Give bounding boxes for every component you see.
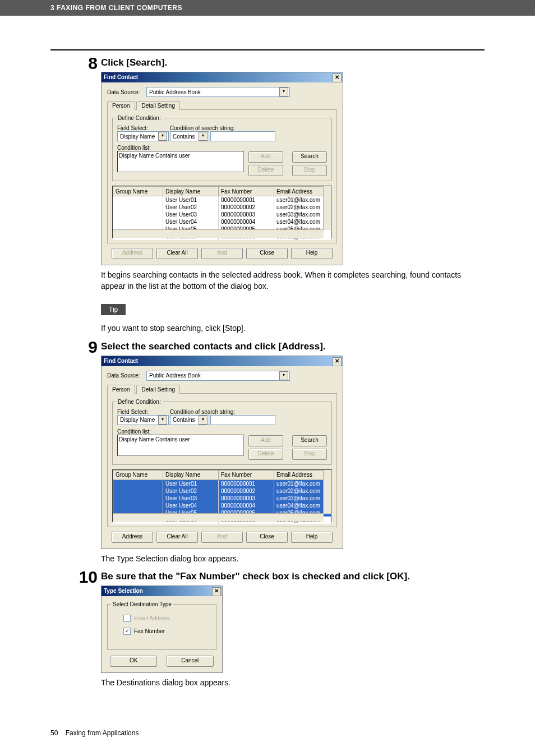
search-string-input[interactable]: [210, 415, 275, 425]
clear-all-button[interactable]: Clear All: [156, 248, 198, 259]
results-table-container: Group Name Display Name Fax Number Email…: [112, 186, 332, 238]
field-select-combo[interactable]: Display Name ▾: [117, 131, 169, 141]
close-icon[interactable]: ✕: [333, 357, 342, 366]
col-group[interactable]: Group Name: [113, 187, 163, 196]
tab-pane-person: Define Condition: Field Select: Display …: [107, 109, 337, 243]
select-destination-type-legend: Select Destination Type: [111, 601, 173, 607]
data-source-combo[interactable]: Public Address Book ▾: [146, 371, 290, 381]
table-row[interactable]: User User0100000000001user01@ifax.com: [113, 480, 331, 487]
table-row[interactable]: User User0300000000003user03@ifax.com: [113, 495, 331, 502]
table-row[interactable]: User User0200000000002user02@ifax.com: [113, 204, 331, 211]
help-button[interactable]: Help: [291, 532, 333, 543]
step-10-description: The Destinations dialog box appears.: [101, 677, 485, 689]
tab-detail-setting[interactable]: Detail Setting: [136, 385, 179, 394]
dialog-titlebar: Find Contact ✕: [102, 356, 343, 366]
dialog-titlebar: Type Selection ✕: [102, 586, 222, 596]
checkbox-icon[interactable]: [123, 615, 131, 622]
tip-text: If you want to stop searching, click [St…: [101, 323, 485, 334]
find-contact-dialog-2: Find Contact ✕ Data Source: Public Addre…: [101, 356, 343, 549]
table-row[interactable]: User User0200000000002user02@ifax.com: [113, 487, 331, 495]
help-button[interactable]: Help: [291, 248, 333, 259]
condition-string-label: Condition of search string:: [170, 125, 275, 131]
chevron-down-icon: ▾: [279, 87, 288, 96]
condition-string-value: Contains: [172, 133, 197, 140]
condition-list-label: Condition list:: [117, 428, 244, 435]
define-condition-legend: Define Condition:: [116, 399, 163, 405]
define-condition-group: Define Condition: Field Select: Display …: [112, 118, 332, 181]
add-condition-button[interactable]: Add: [248, 151, 283, 163]
table-row[interactable]: User User0100000000001user01@ifax.com: [113, 196, 331, 204]
chevron-down-icon: ▾: [199, 416, 207, 425]
footer-section: Faxing from Applications: [66, 729, 139, 737]
email-address-label: Email Address: [134, 615, 170, 621]
chevron-down-icon: ▾: [158, 132, 167, 141]
email-address-checkbox-row: Email Address: [123, 615, 211, 622]
col-fax[interactable]: Fax Number: [219, 470, 274, 480]
data-source-combo[interactable]: Public Address Book ▾: [146, 87, 290, 97]
dialog-titlebar: Find Contact ✕: [102, 72, 343, 82]
header-rule: [50, 49, 485, 50]
and-button[interactable]: And: [201, 248, 243, 259]
field-select-combo[interactable]: Display Name ▾: [117, 415, 169, 425]
close-icon[interactable]: ✕: [212, 587, 221, 596]
search-string-input[interactable]: [210, 131, 275, 141]
page-footer: 50 Faxing from Applications: [50, 729, 139, 737]
step-8-description: It begins searching contacts in the sele…: [101, 270, 485, 292]
step-number-10: 10: [72, 568, 98, 587]
close-icon[interactable]: ✕: [333, 73, 342, 82]
cancel-button[interactable]: Cancel: [167, 656, 214, 667]
data-source-value: Public Address Book: [148, 372, 278, 379]
chapter-title: 3 FAXING FROM CLIENT COMPUTERS: [50, 4, 182, 12]
dialog-title: Type Selection: [104, 588, 143, 594]
tab-person[interactable]: Person: [107, 101, 135, 110]
col-display[interactable]: Display Name: [163, 187, 219, 196]
step-8-title: Click [Search].: [101, 57, 485, 68]
condition-list[interactable]: Display Name Contains user: [117, 151, 244, 172]
add-condition-button[interactable]: Add: [248, 435, 283, 446]
and-button[interactable]: And: [201, 532, 243, 543]
clear-all-button[interactable]: Clear All: [156, 532, 198, 543]
horizontal-scrollbar[interactable]: [113, 229, 324, 238]
stop-button[interactable]: Stop: [292, 449, 327, 460]
delete-condition-button[interactable]: Delete: [248, 165, 283, 176]
horizontal-scrollbar[interactable]: [113, 513, 324, 522]
search-button[interactable]: Search: [292, 151, 327, 163]
tab-person[interactable]: Person: [107, 385, 135, 394]
dialog-title: Find Contact: [104, 74, 138, 80]
stop-button[interactable]: Stop: [292, 165, 327, 176]
search-button[interactable]: Search: [292, 435, 327, 446]
col-display[interactable]: Display Name: [163, 470, 219, 480]
table-row[interactable]: User User0400000000004user04@ifax.com: [113, 218, 331, 225]
chevron-down-icon: ▾: [158, 416, 167, 425]
field-select-value: Display Name: [119, 133, 157, 140]
col-fax[interactable]: Fax Number: [219, 187, 274, 196]
chevron-down-icon: ▾: [279, 371, 288, 380]
condition-string-label: Condition of search string:: [170, 409, 275, 415]
condition-list[interactable]: Display Name Contains user: [117, 435, 244, 456]
delete-condition-button[interactable]: Delete: [248, 449, 283, 460]
tab-detail-setting[interactable]: Detail Setting: [136, 101, 179, 110]
chevron-down-icon: ▾: [199, 132, 207, 141]
condition-string-combo[interactable]: Contains ▾: [170, 131, 209, 141]
chapter-header: 3 FAXING FROM CLIENT COMPUTERS: [0, 0, 535, 16]
data-source-value: Public Address Book: [148, 89, 278, 95]
address-button[interactable]: Address: [112, 248, 153, 259]
tip-badge: Tip: [101, 304, 126, 315]
step-number-8: 8: [72, 54, 98, 73]
table-row[interactable]: User User0400000000004user04@ifax.com: [113, 502, 331, 509]
address-button[interactable]: Address: [112, 532, 153, 543]
vertical-scrollbar[interactable]: [323, 186, 331, 230]
field-select-label: Field Select:: [117, 409, 167, 415]
close-button[interactable]: Close: [246, 532, 288, 543]
checkbox-icon[interactable]: ✓: [123, 628, 131, 635]
table-row[interactable]: User User0300000000003user03@ifax.com: [113, 211, 331, 218]
step-number-9: 9: [72, 338, 98, 357]
close-button[interactable]: Close: [246, 248, 288, 259]
vertical-scrollbar[interactable]: [323, 470, 331, 514]
fax-number-label: Fax Number: [134, 628, 165, 634]
condition-string-combo[interactable]: Contains ▾: [170, 415, 209, 425]
ok-button[interactable]: OK: [110, 656, 157, 667]
col-group[interactable]: Group Name: [113, 470, 163, 480]
fax-number-checkbox-row: ✓ Fax Number: [123, 628, 211, 635]
data-source-label: Data Source:: [107, 89, 143, 95]
